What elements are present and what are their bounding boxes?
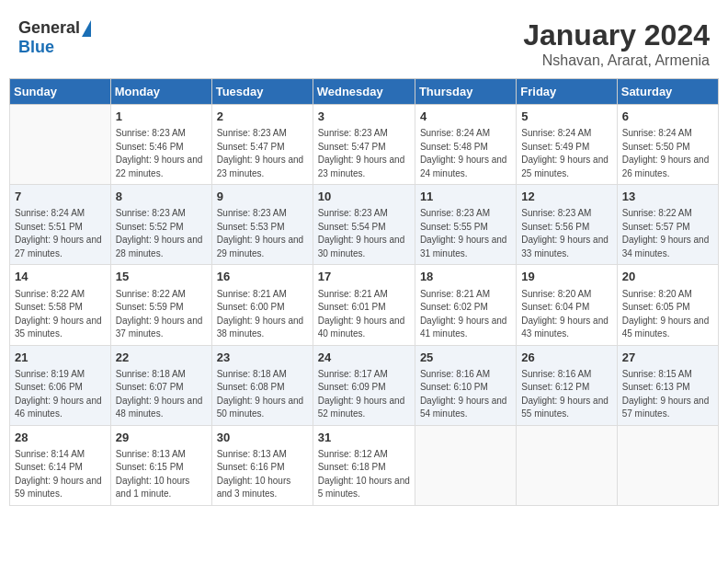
day-number: 4	[420, 109, 511, 125]
day-info: Sunrise: 8:22 AMSunset: 5:59 PMDaylight:…	[116, 288, 207, 341]
weekday-header-monday: Monday	[110, 79, 211, 105]
calendar-table: SundayMondayTuesdayWednesdayThursdayFrid…	[9, 78, 719, 506]
calendar-cell: 13Sunrise: 8:22 AMSunset: 5:57 PMDayligh…	[617, 185, 718, 265]
weekday-header-tuesday: Tuesday	[211, 79, 313, 105]
calendar-week-row: 14Sunrise: 8:22 AMSunset: 5:58 PMDayligh…	[10, 265, 719, 345]
logo-blue-text: Blue	[18, 38, 54, 57]
day-info: Sunrise: 8:23 AMSunset: 5:55 PMDaylight:…	[420, 207, 511, 260]
weekday-header-thursday: Thursday	[415, 79, 516, 105]
calendar-cell: 10Sunrise: 8:23 AMSunset: 5:54 PMDayligh…	[313, 185, 415, 265]
day-number: 20	[622, 269, 713, 285]
weekday-header-saturday: Saturday	[617, 79, 718, 105]
day-number: 5	[521, 109, 611, 125]
calendar-cell: 31Sunrise: 8:12 AMSunset: 6:18 PMDayligh…	[313, 425, 415, 505]
day-number: 6	[622, 109, 713, 125]
calendar-cell: 12Sunrise: 8:23 AMSunset: 5:56 PMDayligh…	[517, 185, 617, 265]
day-info: Sunrise: 8:23 AMSunset: 5:47 PMDaylight:…	[217, 127, 308, 180]
day-info: Sunrise: 8:21 AMSunset: 6:00 PMDaylight:…	[217, 288, 308, 341]
calendar-cell: 4Sunrise: 8:24 AMSunset: 5:48 PMDaylight…	[415, 105, 516, 185]
day-number: 12	[521, 189, 611, 205]
day-info: Sunrise: 8:24 AMSunset: 5:51 PMDaylight:…	[15, 207, 106, 260]
calendar-cell: 7Sunrise: 8:24 AMSunset: 5:51 PMDaylight…	[10, 185, 111, 265]
weekday-header-sunday: Sunday	[10, 79, 111, 105]
day-info: Sunrise: 8:23 AMSunset: 5:56 PMDaylight:…	[521, 207, 611, 260]
page-header: General Blue January 2024 Nshavan, Arara…	[9, 9, 719, 74]
day-number: 2	[217, 109, 308, 125]
day-number: 29	[116, 430, 207, 446]
day-info: Sunrise: 8:17 AMSunset: 6:09 PMDaylight:…	[318, 368, 410, 421]
day-info: Sunrise: 8:22 AMSunset: 5:57 PMDaylight:…	[622, 207, 713, 260]
calendar-cell: 22Sunrise: 8:18 AMSunset: 6:07 PMDayligh…	[110, 345, 211, 425]
day-number: 26	[521, 350, 611, 366]
calendar-cell: 25Sunrise: 8:16 AMSunset: 6:10 PMDayligh…	[415, 345, 516, 425]
calendar-cell: 20Sunrise: 8:20 AMSunset: 6:05 PMDayligh…	[617, 265, 718, 345]
day-number: 1	[116, 109, 207, 125]
day-info: Sunrise: 8:15 AMSunset: 6:13 PMDaylight:…	[622, 368, 713, 421]
calendar-cell: 14Sunrise: 8:22 AMSunset: 5:58 PMDayligh…	[10, 265, 111, 345]
day-info: Sunrise: 8:20 AMSunset: 6:04 PMDaylight:…	[521, 288, 611, 341]
day-info: Sunrise: 8:22 AMSunset: 5:58 PMDaylight:…	[15, 288, 106, 341]
day-number: 31	[318, 430, 410, 446]
day-info: Sunrise: 8:21 AMSunset: 6:01 PMDaylight:…	[318, 288, 410, 341]
calendar-cell: 3Sunrise: 8:23 AMSunset: 5:47 PMDaylight…	[313, 105, 415, 185]
day-info: Sunrise: 8:14 AMSunset: 6:14 PMDaylight:…	[15, 448, 106, 501]
title-section: January 2024 Nshavan, Ararat, Armenia	[523, 18, 710, 69]
day-info: Sunrise: 8:21 AMSunset: 6:02 PMDaylight:…	[420, 288, 511, 341]
day-number: 19	[521, 269, 611, 285]
day-info: Sunrise: 8:16 AMSunset: 6:10 PMDaylight:…	[420, 368, 511, 421]
calendar-cell: 9Sunrise: 8:23 AMSunset: 5:53 PMDaylight…	[211, 185, 313, 265]
calendar-cell	[617, 425, 718, 505]
calendar-cell: 16Sunrise: 8:21 AMSunset: 6:00 PMDayligh…	[211, 265, 313, 345]
calendar-week-row: 1Sunrise: 8:23 AMSunset: 5:46 PMDaylight…	[10, 105, 719, 185]
calendar-week-row: 28Sunrise: 8:14 AMSunset: 6:14 PMDayligh…	[10, 425, 719, 505]
day-number: 16	[217, 269, 308, 285]
calendar-cell: 21Sunrise: 8:19 AMSunset: 6:06 PMDayligh…	[10, 345, 111, 425]
calendar-cell	[415, 425, 516, 505]
day-info: Sunrise: 8:18 AMSunset: 6:07 PMDaylight:…	[116, 368, 207, 421]
day-number: 13	[622, 189, 713, 205]
day-number: 28	[15, 430, 106, 446]
calendar-cell: 18Sunrise: 8:21 AMSunset: 6:02 PMDayligh…	[415, 265, 516, 345]
day-number: 30	[217, 430, 308, 446]
day-number: 10	[318, 189, 410, 205]
day-info: Sunrise: 8:23 AMSunset: 5:52 PMDaylight:…	[116, 207, 207, 260]
day-info: Sunrise: 8:24 AMSunset: 5:49 PMDaylight:…	[521, 127, 611, 180]
calendar-cell	[517, 425, 617, 505]
weekday-header-wednesday: Wednesday	[313, 79, 415, 105]
day-info: Sunrise: 8:23 AMSunset: 5:46 PMDaylight:…	[116, 127, 207, 180]
calendar-cell: 24Sunrise: 8:17 AMSunset: 6:09 PMDayligh…	[313, 345, 415, 425]
day-number: 8	[116, 189, 207, 205]
day-info: Sunrise: 8:16 AMSunset: 6:12 PMDaylight:…	[521, 368, 611, 421]
day-number: 17	[318, 269, 410, 285]
day-number: 23	[217, 350, 308, 366]
day-info: Sunrise: 8:20 AMSunset: 6:05 PMDaylight:…	[622, 288, 713, 341]
day-number: 18	[420, 269, 511, 285]
calendar-cell	[10, 105, 111, 185]
weekday-header-friday: Friday	[517, 79, 617, 105]
day-number: 9	[217, 189, 308, 205]
calendar-cell: 2Sunrise: 8:23 AMSunset: 5:47 PMDaylight…	[211, 105, 313, 185]
calendar-cell: 15Sunrise: 8:22 AMSunset: 5:59 PMDayligh…	[110, 265, 211, 345]
day-number: 22	[116, 350, 207, 366]
day-info: Sunrise: 8:13 AMSunset: 6:15 PMDaylight:…	[116, 448, 207, 501]
day-info: Sunrise: 8:18 AMSunset: 6:08 PMDaylight:…	[217, 368, 308, 421]
day-info: Sunrise: 8:23 AMSunset: 5:47 PMDaylight:…	[318, 127, 410, 180]
calendar-cell: 5Sunrise: 8:24 AMSunset: 5:49 PMDaylight…	[517, 105, 617, 185]
calendar-cell: 29Sunrise: 8:13 AMSunset: 6:15 PMDayligh…	[110, 425, 211, 505]
calendar-cell: 26Sunrise: 8:16 AMSunset: 6:12 PMDayligh…	[517, 345, 617, 425]
calendar-cell: 23Sunrise: 8:18 AMSunset: 6:08 PMDayligh…	[211, 345, 313, 425]
day-number: 3	[318, 109, 410, 125]
day-number: 24	[318, 350, 410, 366]
calendar-cell: 11Sunrise: 8:23 AMSunset: 5:55 PMDayligh…	[415, 185, 516, 265]
day-info: Sunrise: 8:23 AMSunset: 5:53 PMDaylight:…	[217, 207, 308, 260]
day-number: 7	[15, 189, 106, 205]
day-number: 27	[622, 350, 713, 366]
day-info: Sunrise: 8:19 AMSunset: 6:06 PMDaylight:…	[15, 368, 106, 421]
calendar-week-row: 7Sunrise: 8:24 AMSunset: 5:51 PMDaylight…	[10, 185, 719, 265]
day-info: Sunrise: 8:23 AMSunset: 5:54 PMDaylight:…	[318, 207, 410, 260]
calendar-week-row: 21Sunrise: 8:19 AMSunset: 6:06 PMDayligh…	[10, 345, 719, 425]
calendar-cell: 1Sunrise: 8:23 AMSunset: 5:46 PMDaylight…	[110, 105, 211, 185]
calendar-cell: 6Sunrise: 8:24 AMSunset: 5:50 PMDaylight…	[617, 105, 718, 185]
day-info: Sunrise: 8:12 AMSunset: 6:18 PMDaylight:…	[318, 448, 410, 501]
day-number: 21	[15, 350, 106, 366]
